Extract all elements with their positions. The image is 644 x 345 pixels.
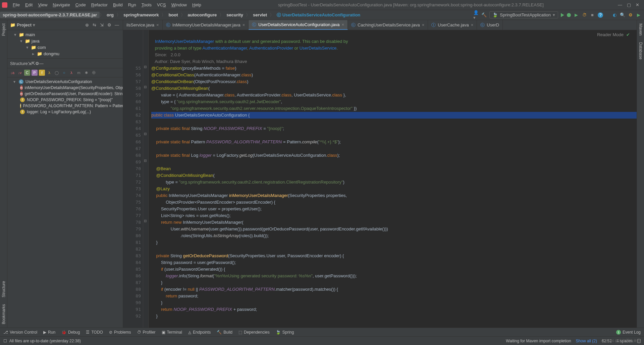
- status-vcs-icon[interactable]: ☐: [3, 339, 7, 343]
- line-gutter: 5556575859606162636465666768697071727374…: [123, 30, 143, 328]
- hide-icon[interactable]: —: [115, 22, 120, 28]
- menu-view[interactable]: View: [35, 2, 50, 7]
- status-message: All files are up-to-date (yesterday 22:3…: [9, 339, 81, 343]
- menu-build[interactable]: Build: [110, 2, 125, 7]
- tool-terminal[interactable]: ▣ Terminal: [162, 330, 182, 335]
- breadcrumb-3[interactable]: boot: [166, 12, 180, 17]
- breadcrumb-5[interactable]: security: [224, 12, 246, 17]
- build-icon[interactable]: 🔨: [481, 12, 487, 18]
- filter-f-icon[interactable]: f: [39, 70, 45, 76]
- menu-refactor[interactable]: Refactor: [89, 2, 110, 7]
- settings-icon[interactable]: ⚙: [628, 12, 633, 18]
- tab-2[interactable]: ⓒUserDetailsServiceAutoConfiguration.jav…: [249, 20, 348, 30]
- filter-anon-icon[interactable]: ◯: [54, 70, 60, 76]
- tab-1[interactable]: ⓒInMemoryUserDetailsManager.java×: [163, 20, 249, 30]
- filter-lambda-icon[interactable]: λ: [46, 70, 52, 76]
- status-progress: Waiting for Maven import completion: [506, 339, 571, 343]
- fold-gutter[interactable]: ⊟ ⊟ ⊟ ⊟ ⊟: [143, 30, 149, 328]
- structure-toolbar: ↓a ↓v C P f λ ◯ ○ λ m ✱ 🞋: [7, 68, 123, 77]
- tab-0[interactable]: ilsService.java×: [123, 20, 163, 30]
- gear-icon[interactable]: ⚙: [107, 22, 113, 28]
- tab-5[interactable]: ⓒUserD: [477, 20, 503, 30]
- struct-gear-icon[interactable]: ⚙: [35, 61, 39, 66]
- struct-hide-icon[interactable]: —: [39, 61, 44, 66]
- filter-gear-icon[interactable]: ✱: [83, 70, 89, 76]
- app-icon: [2, 2, 7, 8]
- left-tab-project[interactable]: Project: [1, 20, 7, 39]
- filter-pub-icon[interactable]: 🞋: [91, 70, 97, 76]
- structure-panel-header: Structure ⇲ ⇱ ⚙ —: [7, 58, 123, 68]
- sort-vis-icon[interactable]: ↓v: [17, 70, 23, 76]
- tool-spring[interactable]: 🍃 Spring: [276, 330, 294, 335]
- sort-alpha-icon[interactable]: ↓a: [9, 70, 15, 76]
- tool-debug[interactable]: 🐞 Debug: [61, 330, 80, 335]
- filter-c-icon[interactable]: C: [24, 70, 30, 76]
- project-panel-header: 📁Project ▾ ⊕ ⇆ ⇲ ⚙ —: [7, 20, 123, 30]
- filter-p-icon[interactable]: P: [32, 70, 38, 76]
- coverage-icon[interactable]: ▶: [574, 12, 579, 18]
- status-showall[interactable]: Show all (2): [576, 339, 597, 343]
- struct-collapse-icon[interactable]: ⇱: [32, 61, 35, 66]
- help-icon[interactable]: ?: [598, 12, 603, 18]
- left-tool-gutter: Project Structure Bookmarks: [0, 20, 7, 328]
- left-tab-structure[interactable]: Structure: [1, 278, 7, 301]
- tool-deps[interactable]: ⬚ Dependencies: [238, 330, 270, 335]
- tool-endpoints[interactable]: ◬ Endpoints: [188, 330, 211, 335]
- avatar-icon[interactable]: ▶: [636, 12, 641, 18]
- menu-tools[interactable]: Tools: [139, 2, 154, 7]
- event-log[interactable]: 1 Event Log: [616, 330, 641, 335]
- project-tree[interactable]: ▾📁main ▾📁java ▾📁com ▸📁dongmu: [7, 30, 123, 58]
- tab-4[interactable]: ⒾUserCache.java×: [428, 20, 477, 30]
- right-tab-database[interactable]: Database: [638, 39, 644, 63]
- close-icon[interactable]: ✕: [636, 2, 639, 7]
- left-tab-bookmarks[interactable]: Bookmarks: [1, 301, 7, 328]
- breadcrumb-1[interactable]: org: [104, 12, 116, 17]
- filter-l-icon[interactable]: λ: [68, 70, 74, 76]
- expand-icon[interactable]: ⇆: [93, 22, 98, 28]
- status-bar: ☐ All files are up-to-date (yesterday 22…: [0, 336, 644, 345]
- right-tab-maven[interactable]: Maven: [638, 20, 644, 39]
- side-panel: 📁Project ▾ ⊕ ⇆ ⇲ ⚙ — ▾📁main ▾📁java ▾📁com…: [7, 20, 123, 328]
- tab-3[interactable]: ⓒCachingUserDetailsService.java×: [348, 20, 428, 30]
- menu-vcs[interactable]: VCS: [154, 2, 169, 7]
- breadcrumb-6[interactable]: servlet: [250, 12, 270, 17]
- editor: ilsService.java× ⓒInMemoryUserDetailsMan…: [123, 20, 637, 328]
- watermark: CSDN @北海冥鱼未眠: [603, 338, 641, 343]
- stop-icon[interactable]: ■: [590, 12, 595, 18]
- search-icon[interactable]: 🔍: [620, 12, 625, 18]
- code-body[interactable]: InMemoryUserDetailsManager with a defaul…: [149, 30, 637, 328]
- menu-window[interactable]: Window: [169, 2, 190, 7]
- menu-edit[interactable]: Edit: [22, 2, 35, 7]
- profile-icon[interactable]: ⏱: [582, 12, 587, 18]
- menu-help[interactable]: Help: [190, 2, 204, 7]
- struct-expand-icon[interactable]: ⇲: [28, 61, 32, 66]
- menu-file[interactable]: File: [10, 2, 22, 7]
- debug-icon[interactable]: [567, 13, 571, 17]
- bottom-toolbar: ⎇ Version Control ▶ Run 🐞 Debug ☰ TODO ⊘…: [0, 328, 644, 336]
- filter-m-icon[interactable]: m: [76, 70, 82, 76]
- tool-vcs[interactable]: ⎇ Version Control: [3, 330, 37, 335]
- run-icon[interactable]: [561, 13, 564, 17]
- minimize-icon[interactable]: —: [618, 2, 622, 7]
- locate-icon[interactable]: ⊕: [85, 22, 91, 28]
- breadcrumb-4[interactable]: autoconfigure: [185, 12, 220, 17]
- collapse-icon[interactable]: ⇲: [100, 22, 105, 28]
- tool-build[interactable]: 🔨 Build: [217, 330, 232, 335]
- tool-run[interactable]: ▶ Run: [43, 330, 55, 335]
- code-with-me-icon[interactable]: ◐: [612, 12, 617, 18]
- reader-mode-label[interactable]: Reader Mode ✔: [597, 32, 630, 37]
- breadcrumb-2[interactable]: springframework: [121, 12, 161, 17]
- breadcrumb-7[interactable]: ⓒ UserDetailsServiceAutoConfiguration: [274, 12, 363, 18]
- structure-tree[interactable]: ▾CUserDetailsServiceAutoConfiguration mi…: [7, 77, 123, 116]
- user-icon[interactable]: 👤▾: [473, 12, 479, 18]
- menu-code[interactable]: Code: [73, 2, 89, 7]
- filter-inherit-icon[interactable]: ○: [61, 70, 67, 76]
- menu-navigate[interactable]: Navigate: [50, 2, 72, 7]
- breadcrumb-root[interactable]: spring-boot-autoconfigure-2.3.7.RELEASE.…: [0, 12, 100, 18]
- tool-profiler[interactable]: ⏱ Profiler: [137, 330, 156, 335]
- menu-run[interactable]: Run: [125, 2, 139, 7]
- tool-problems[interactable]: ⊘ Problems: [109, 330, 131, 335]
- tool-todo[interactable]: ☰ TODO: [86, 330, 103, 335]
- maximize-icon[interactable]: ▢: [627, 2, 631, 7]
- run-config-selector[interactable]: 🍃SpringBootTestApplication▾: [489, 11, 558, 18]
